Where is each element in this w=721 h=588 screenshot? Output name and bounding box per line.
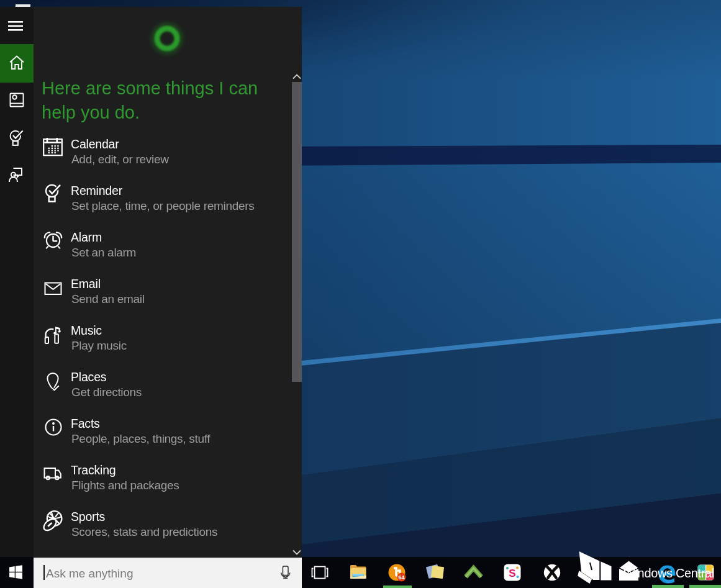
- svg-text:S: S: [509, 568, 515, 579]
- svg-text:64: 64: [398, 574, 404, 581]
